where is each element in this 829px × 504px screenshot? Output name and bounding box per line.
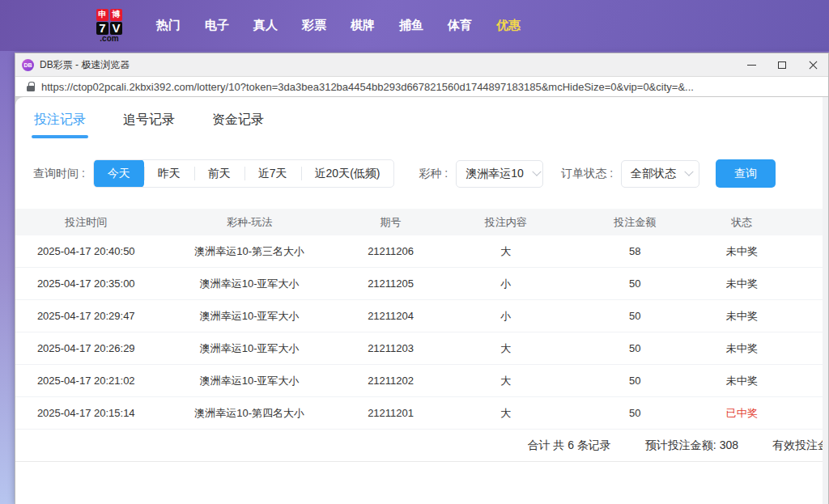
table-row: 2025-04-17 20:35:00 澳洲幸运10-亚军大小 21211205… bbox=[15, 268, 823, 300]
table-row: 2025-04-17 20:21:02 澳洲幸运10-亚军大小 21211202… bbox=[15, 365, 823, 397]
cell-amount: 58 bbox=[572, 245, 698, 257]
cell-amount: 50 bbox=[572, 342, 698, 354]
time-option-yesterday[interactable]: 昨天 bbox=[144, 159, 194, 188]
tab-fund-records[interactable]: 资金记录 bbox=[212, 112, 264, 138]
cell-content: 小 bbox=[439, 309, 572, 324]
tab-bet-records[interactable]: 投注记录 bbox=[34, 112, 86, 138]
nav-item-live[interactable]: 真人 bbox=[253, 18, 278, 33]
lock-icon bbox=[27, 82, 35, 91]
logo-com: .com bbox=[100, 35, 118, 43]
cell-status: 已中奖 bbox=[697, 406, 786, 421]
logo-char-7: 7 bbox=[96, 22, 108, 35]
tab-chase-records[interactable]: 追号记录 bbox=[123, 112, 175, 138]
minimize-button[interactable] bbox=[736, 53, 767, 76]
address-bar[interactable]: https://ctop02pcali.2kbxi392.com/lottery… bbox=[15, 76, 828, 97]
tab-label: 投注记录 bbox=[34, 112, 86, 126]
site-topbar: 申 博 7 V .com 热门 电子 真人 彩票 棋牌 捕鱼 体育 优惠 bbox=[0, 0, 829, 51]
cell-time: 2025-04-17 20:29:47 bbox=[15, 310, 156, 322]
close-button[interactable] bbox=[797, 53, 828, 76]
filter-bar: 查询时间 : 今天 昨天 前天 近7天 近20天(低频) 彩种 : 澳洲幸运10… bbox=[33, 159, 823, 188]
cell-time: 2025-04-17 20:26:29 bbox=[15, 342, 156, 354]
cell-time: 2025-04-17 20:35:00 bbox=[15, 277, 156, 290]
cell-amount: 50 bbox=[572, 277, 698, 290]
cell-time: 2025-04-17 20:21:02 bbox=[15, 375, 156, 387]
order-status-select[interactable]: 全部状态 bbox=[621, 160, 699, 188]
cell-content: 大 bbox=[439, 341, 572, 356]
summary-valid-amount: 有效投注金 bbox=[772, 438, 829, 453]
window-title: DB彩票 - 极速浏览器 bbox=[40, 58, 736, 72]
time-option-7days[interactable]: 近7天 bbox=[244, 159, 301, 188]
window-titlebar: DB DB彩票 - 极速浏览器 bbox=[15, 53, 828, 76]
nav-item-fishing[interactable]: 捕鱼 bbox=[399, 18, 423, 33]
cell-status: 未中奖 bbox=[697, 374, 786, 388]
time-option-today[interactable]: 今天 bbox=[94, 159, 144, 188]
table-row: 2025-04-17 20:29:47 澳洲幸运10-亚军大小 21211204… bbox=[15, 300, 823, 332]
maximize-button[interactable] bbox=[767, 53, 797, 76]
nav-item-promo[interactable]: 优惠 bbox=[496, 18, 521, 33]
cell-period: 21211205 bbox=[342, 277, 440, 290]
cell-game: 澳洲幸运10-亚军大小 bbox=[156, 341, 342, 356]
time-option-20days[interactable]: 近20天(低频) bbox=[301, 159, 394, 188]
url-text[interactable]: https://ctop02pcali.2kbxi392.com/lottery… bbox=[41, 81, 694, 93]
status-select-value: 全部状态 bbox=[631, 167, 676, 181]
site-logo[interactable]: 申 博 7 V .com bbox=[85, 9, 134, 43]
cell-amount: 50 bbox=[572, 375, 698, 387]
bet-records-table: 投注时间 彩种-玩法 期号 投注内容 投注金额 状态 2025-04-17 20… bbox=[15, 209, 823, 430]
col-header-period: 期号 bbox=[342, 215, 440, 230]
cell-game: 澳洲幸运10-第四名大小 bbox=[156, 406, 342, 421]
close-icon bbox=[809, 61, 818, 70]
cell-status: 未中奖 bbox=[697, 309, 786, 324]
status-filter-label: 订单状态 : bbox=[561, 167, 613, 181]
tab-label: 资金记录 bbox=[212, 112, 264, 126]
cell-period: 21211203 bbox=[342, 342, 440, 354]
table-header: 投注时间 彩种-玩法 期号 投注内容 投注金额 状态 bbox=[15, 209, 823, 235]
cell-game: 澳洲幸运10-亚军大小 bbox=[156, 374, 342, 388]
time-filter-label: 查询时间 : bbox=[33, 167, 85, 181]
lottery-filter-label: 彩种 : bbox=[419, 167, 448, 181]
time-option-daybefore[interactable]: 前天 bbox=[194, 159, 244, 188]
lottery-select-value: 澳洲幸运10 bbox=[466, 167, 524, 181]
cell-status: 未中奖 bbox=[697, 244, 786, 259]
table-row: 2025-04-17 20:26:29 澳洲幸运10-亚军大小 21211203… bbox=[15, 332, 823, 365]
maximize-icon bbox=[778, 61, 786, 69]
table-summary: 合计 共 6 条记录 预计投注金额: 308 有效投注金 bbox=[15, 430, 829, 462]
logo-badge-shen: 申 bbox=[96, 9, 108, 21]
col-header-content: 投注内容 bbox=[439, 215, 572, 230]
nav-item-electronic[interactable]: 电子 bbox=[205, 18, 229, 33]
cell-amount: 50 bbox=[572, 310, 698, 322]
record-tabs: 投注记录 追号记录 资金记录 bbox=[15, 97, 823, 138]
time-range-group: 今天 昨天 前天 近7天 近20天(低频) bbox=[93, 159, 395, 188]
search-button[interactable]: 查询 bbox=[716, 159, 776, 188]
minimize-icon bbox=[747, 65, 756, 66]
cell-status: 未中奖 bbox=[697, 277, 786, 291]
col-header-time: 投注时间 bbox=[15, 215, 156, 230]
cell-status: 未中奖 bbox=[697, 341, 786, 356]
cell-content: 小 bbox=[439, 277, 572, 291]
browser-favicon: DB bbox=[22, 59, 34, 71]
cell-period: 21211206 bbox=[342, 245, 440, 257]
logo-char-v: V bbox=[110, 22, 122, 35]
cell-period: 21211201 bbox=[342, 407, 440, 419]
main-nav: 热门 电子 真人 彩票 棋牌 捕鱼 体育 优惠 bbox=[156, 18, 521, 33]
active-tab-underline bbox=[32, 135, 88, 138]
chevron-down-icon bbox=[532, 167, 541, 176]
vertical-scrollbar[interactable] bbox=[823, 97, 828, 504]
browser-window: DB DB彩票 - 极速浏览器 https://ctop02pcali.2kbx… bbox=[15, 53, 829, 504]
nav-item-lottery[interactable]: 彩票 bbox=[302, 18, 326, 33]
table-row: 2025-04-17 20:40:50 澳洲幸运10-第三名大小 2121120… bbox=[15, 235, 823, 268]
cell-game: 澳洲幸运10-亚军大小 bbox=[156, 309, 342, 324]
lottery-select[interactable]: 澳洲幸运10 bbox=[456, 160, 543, 188]
chevron-down-icon bbox=[684, 167, 693, 176]
nav-item-chess[interactable]: 棋牌 bbox=[351, 18, 375, 33]
table-row: 2025-04-17 20:15:14 澳洲幸运10-第四名大小 2121120… bbox=[15, 397, 823, 430]
col-header-game: 彩种-玩法 bbox=[156, 215, 342, 230]
cell-content: 大 bbox=[439, 406, 572, 421]
cell-time: 2025-04-17 20:40:50 bbox=[15, 245, 156, 257]
col-header-status: 状态 bbox=[697, 215, 786, 230]
nav-item-sports[interactable]: 体育 bbox=[448, 18, 472, 33]
cell-game: 澳洲幸运10-亚军大小 bbox=[156, 277, 342, 291]
logo-badge-bo: 博 bbox=[110, 9, 122, 21]
tab-label: 追号记录 bbox=[123, 112, 175, 126]
nav-item-hot[interactable]: 热门 bbox=[156, 18, 181, 33]
cell-game: 澳洲幸运10-第三名大小 bbox=[156, 244, 342, 259]
